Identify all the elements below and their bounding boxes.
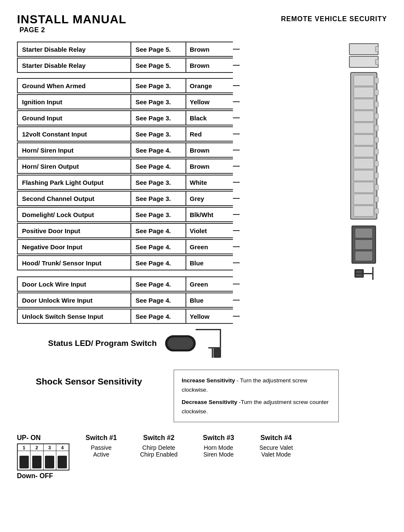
table-row: Unlock Switch Sense Input See Page 4. Ye…: [17, 309, 339, 324]
dip-num-2: 2: [30, 444, 43, 451]
pin-tab: [374, 173, 379, 178]
led-wire-path: [196, 329, 221, 358]
wire-page: See Page 5.: [131, 58, 186, 73]
wire-page: See Page 4.: [131, 309, 186, 324]
dip-col-1: Switch #1 Passive Active: [82, 434, 120, 458]
connector-pin: [354, 182, 374, 193]
connector-pin: [349, 43, 379, 55]
dip-col-opt2-1: Active: [93, 451, 109, 458]
shock-increase: Increase Sensitivity - Turn the adjustme…: [182, 376, 331, 394]
dip-down-label: Down- OFF: [17, 472, 53, 480]
table-row: Ground When Armed See Page 3. Orange: [17, 78, 339, 93]
door-connector-body: [351, 226, 376, 264]
row-separator: [17, 74, 339, 78]
wire-label: Negative Door Input: [17, 239, 131, 254]
connector-line: [233, 214, 240, 215]
wire-color: Brown: [186, 42, 233, 57]
pin-tab: [374, 208, 379, 214]
wire-page: See Page 3.: [131, 207, 186, 222]
connector-graphics: [340, 42, 387, 280]
wire-page: See Page 4.: [131, 255, 186, 270]
wire-color: Blue: [186, 255, 233, 270]
wire-color: Green: [186, 276, 233, 292]
connector-line: [233, 150, 240, 150]
wiring-section: Starter Disable Relay See Page 5. Brown …: [17, 42, 387, 325]
table-row: Starter Disable Relay See Page 5. Brown: [17, 58, 339, 73]
connector-pin: [354, 146, 374, 157]
dip-col-opt1-3: Horn Mode: [204, 444, 233, 451]
wire-color: Blk/Wht: [186, 207, 233, 222]
wire-color: Brown: [186, 58, 233, 73]
starter-connector: [349, 43, 379, 68]
connector-line: [233, 262, 240, 263]
dip-sliders-row: [18, 451, 69, 470]
dip-col-3: Switch #3 Horn Mode Siren Mode: [197, 434, 240, 458]
pin-tab: [374, 78, 379, 84]
connector-pin: [355, 228, 373, 238]
page-container: INSTALL MANUAL PAGE 2 REMOTE VEHICLE SEC…: [0, 0, 404, 532]
led-section: Status LED/ Program Switch: [30, 329, 387, 358]
led-plug-v: [212, 348, 213, 358]
connector-line: [233, 65, 240, 66]
dip-numbers-row: 1 2 3 4: [18, 444, 69, 451]
dip-switches-row: Switch #1 Passive Active Switch #2 Chirp…: [82, 434, 297, 458]
connector-pin: [354, 134, 374, 145]
connector-line: [233, 134, 240, 134]
connector-line: [233, 166, 240, 167]
connector-pin: [349, 56, 379, 68]
connector-pin: [354, 194, 374, 205]
led-wire-v: [220, 330, 221, 347]
wire-page: See Page 4.: [131, 223, 186, 238]
wire-color: Brown: [186, 142, 233, 158]
page-number: PAGE 2: [19, 26, 127, 34]
wire-page: See Page 3.: [131, 126, 186, 142]
wire-label: Unlock Switch Sense Input: [17, 309, 131, 324]
wire-color: Green: [186, 239, 233, 254]
pin-tab: [374, 125, 379, 131]
table-row: Horn/ Siren Input See Page 4. Brown: [17, 142, 339, 158]
dip-right: Switch #1 Passive Active Switch #2 Chirp…: [82, 434, 297, 458]
pin-tab: [374, 196, 379, 202]
shock-section: Shock Sensor Sensitivity Increase Sensit…: [17, 370, 387, 422]
wire-label: Horn/ Siren Output: [17, 159, 131, 174]
wire-page: See Page 5.: [131, 42, 186, 57]
wire-label: Positive Door Input: [17, 223, 131, 238]
shock-info-box: Increase Sensitivity - Turn the adjustme…: [174, 370, 339, 422]
pin-tab: [375, 59, 379, 65]
wire-label: Hood/ Trunk/ Sensor Input: [17, 255, 131, 270]
led-wire-h: [196, 329, 221, 330]
connector-pin: [354, 170, 374, 181]
plug-prong: [356, 274, 362, 276]
shock-increase-bold: Increase Sensitivity: [182, 377, 235, 384]
connector-pin: [354, 99, 374, 110]
wire-label: Ground Input: [17, 110, 131, 125]
wire-label: 12volt Constant Input: [17, 126, 131, 142]
dip-col-opt1-4: Secure Valet: [259, 444, 293, 451]
main-connector-body: [350, 72, 377, 220]
dip-up-label: UP- ON: [17, 434, 41, 442]
pin-tab: [374, 113, 379, 119]
led-graphic: [165, 329, 221, 358]
wire-color: White: [186, 175, 233, 190]
wire-page: See Page 4.: [131, 142, 186, 158]
dip-col-opt2-2: Chirp Enabled: [140, 451, 178, 458]
connector-line: [233, 316, 240, 317]
section-gap: [17, 271, 339, 276]
dip-col-title-2: Switch #2: [143, 434, 174, 442]
connector-line: [233, 182, 240, 183]
table-row: Ignition Input See Page 3. Yellow: [17, 94, 339, 109]
header: INSTALL MANUAL PAGE 2 REMOTE VEHICLE SEC…: [17, 13, 387, 34]
dip-num-1: 1: [18, 444, 30, 451]
table-row: Positive Door Input See Page 4. Violet: [17, 223, 339, 238]
plug-wire-v: [372, 267, 374, 280]
connector-line: [233, 85, 240, 86]
connector-line: [233, 300, 240, 301]
dip-col-opt2-3: Siren Mode: [203, 451, 234, 458]
plug-prong: [356, 271, 362, 273]
dip-col-4: Switch #4 Secure Valet Valet Mode: [255, 434, 297, 458]
dip-col-title-4: Switch #4: [260, 434, 292, 442]
wire-page: See Page 4.: [131, 276, 186, 292]
wire-label: Domelight/ Lock Output: [17, 207, 131, 222]
led-plug: [212, 348, 221, 358]
table-row: Starter Disable Relay See Page 5. Brown: [17, 42, 339, 57]
